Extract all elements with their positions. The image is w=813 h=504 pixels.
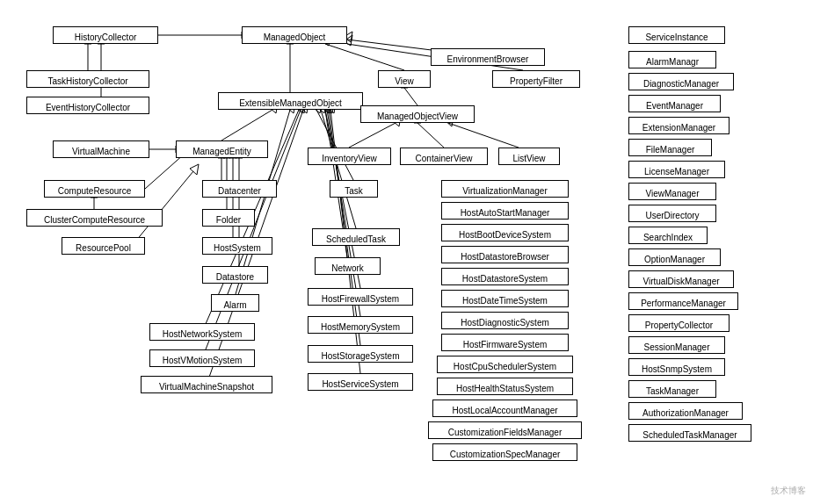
class-box-serviceinstance: ServiceInstance bbox=[628, 26, 725, 44]
class-box-hostsnmpsystem: HostSnmpSystem bbox=[628, 358, 725, 376]
class-box-virtualmachinesnapshot: VirtualMachineSnapshot bbox=[141, 376, 272, 393]
class-box-hoststoragesystem: HostStorageSystem bbox=[308, 345, 413, 363]
class-box-hostnetworksystem: HostNetworkSystem bbox=[149, 323, 255, 341]
class-box-performancemanager: PerformanceManager bbox=[628, 292, 738, 310]
uml-diagram: HistoryCollectorManagedObjectTaskHistory… bbox=[0, 0, 813, 504]
class-box-customizationfieldsmanager: CustomizationFieldsManager bbox=[428, 421, 582, 439]
class-box-hostcpuschedulersystem: HostCpuSchedulerSystem bbox=[437, 356, 573, 373]
svg-line-26 bbox=[145, 154, 185, 189]
class-box-hostdatastoresystem: HostDatastoreSystem bbox=[441, 268, 569, 285]
class-box-eventhistorycollector: EventHistoryCollector bbox=[26, 97, 149, 114]
class-box-userdirectory: UserDirectory bbox=[628, 205, 716, 222]
svg-line-16 bbox=[349, 123, 396, 148]
class-box-eventmanager: EventManager bbox=[628, 95, 721, 112]
class-box-managedobjectview: ManagedObjectView bbox=[360, 105, 475, 123]
class-box-containerview: ContainerView bbox=[400, 148, 488, 165]
class-box-managedentity: ManagedEntity bbox=[176, 140, 268, 158]
svg-line-18 bbox=[417, 123, 444, 148]
class-box-sessionmanager: SessionManager bbox=[628, 336, 725, 354]
class-box-extensiblemanagedobject: ExtensibleManagedObject bbox=[218, 92, 363, 110]
class-box-virtualdiskmanager: VirtualDiskManager bbox=[628, 270, 734, 288]
svg-line-44 bbox=[321, 110, 356, 228]
class-box-alarmmanager: AlarmManagr bbox=[628, 51, 716, 68]
class-box-filemanager: FileManager bbox=[628, 139, 712, 156]
class-box-managedobject: ManagedObject bbox=[242, 26, 347, 44]
svg-line-42 bbox=[316, 110, 353, 180]
class-box-viewmanager: ViewManager bbox=[628, 183, 716, 200]
svg-line-58 bbox=[329, 110, 360, 345]
class-box-datacenter: Datacenter bbox=[202, 180, 277, 198]
class-box-folder: Folder bbox=[202, 209, 255, 227]
class-box-hosthealthstatussystem: HostHealthStatusSystem bbox=[437, 378, 573, 395]
class-box-environmentbrowser: EnvironmentBrowser bbox=[431, 48, 545, 66]
class-box-propertyfilter: PropertyFilter bbox=[492, 70, 580, 88]
class-box-hostdatastorebrowser: HostDatastoreBrowser bbox=[441, 246, 569, 263]
svg-line-8 bbox=[325, 44, 404, 70]
svg-line-22 bbox=[221, 110, 272, 140]
class-box-hostfirewallsystem: HostFirewallSystem bbox=[308, 288, 413, 306]
class-box-computeresource: ComputeResource bbox=[44, 180, 145, 198]
class-box-customizationspecmanager: CustomizationSpecManager bbox=[432, 443, 577, 461]
class-box-licensemanager: LicenseManager bbox=[628, 161, 725, 178]
class-box-hostdiagnosticsystem: HostDiagnosticSystem bbox=[441, 312, 569, 329]
class-box-hostfirmwaresystem: HostFirmwareSystem bbox=[441, 334, 569, 351]
class-box-inventoryview: InventoryView bbox=[308, 148, 391, 165]
class-box-taskhistorycollector: TaskHistoryCollector bbox=[26, 70, 149, 88]
svg-line-56 bbox=[327, 110, 360, 316]
class-box-hostbootdevicesystem: HostBootDeviceSystem bbox=[441, 224, 569, 241]
class-box-task: Task bbox=[330, 180, 378, 198]
class-box-propertycollector: PropertyCollector bbox=[628, 314, 730, 332]
class-box-scheduledtaskmanager: ScheduledTaskManager bbox=[628, 424, 751, 442]
class-box-scheduledtask: ScheduledTask bbox=[312, 228, 400, 246]
class-box-optionmanager: OptionManager bbox=[628, 248, 721, 266]
class-box-virtualizationmanager: VirtualizationManager bbox=[441, 180, 569, 198]
class-box-hostautostartmanager: HostAutoStartManager bbox=[441, 202, 569, 220]
class-box-taskmanager: TaskManager bbox=[628, 380, 716, 398]
class-box-alarm: Alarm bbox=[211, 294, 259, 312]
class-box-searchindex: SearchIndex bbox=[628, 227, 708, 244]
class-box-hostservicesystem: HostServiceSystem bbox=[308, 373, 413, 391]
class-box-virtualmachine: VirtualMachine bbox=[53, 140, 149, 158]
watermark: 技术博客 bbox=[771, 485, 806, 497]
class-box-extensionmanager: ExtensionManager bbox=[628, 117, 730, 134]
class-box-clustercomputeresource: ClusterComputeResource bbox=[26, 209, 163, 227]
class-box-historycollector: HistoryCollector bbox=[53, 26, 158, 44]
class-box-hostlocalaccountmanager: HostLocalAccountManager bbox=[432, 400, 577, 417]
class-box-view: View bbox=[378, 70, 431, 88]
class-box-authorizationmanager: AuthorizationManager bbox=[628, 402, 743, 420]
class-box-diagnosticmanager: DiagnosticManager bbox=[628, 73, 734, 90]
class-box-listview: ListView bbox=[498, 148, 560, 165]
class-box-network: Network bbox=[315, 257, 381, 275]
svg-line-20 bbox=[448, 123, 519, 148]
class-box-datastore: Datastore bbox=[202, 266, 268, 284]
class-box-resourcepool: ResourcePool bbox=[62, 237, 145, 255]
svg-marker-31 bbox=[190, 164, 199, 175]
class-box-hostmemorysystem: HostMemorySystem bbox=[308, 316, 413, 334]
svg-line-14 bbox=[404, 88, 417, 105]
class-box-hostsystem: HostSystem bbox=[202, 237, 272, 255]
class-box-hostvmotionsystem: HostVMotionSystem bbox=[149, 349, 255, 367]
class-box-hostdatetimesystem: HostDateTimeSystem bbox=[441, 290, 569, 307]
